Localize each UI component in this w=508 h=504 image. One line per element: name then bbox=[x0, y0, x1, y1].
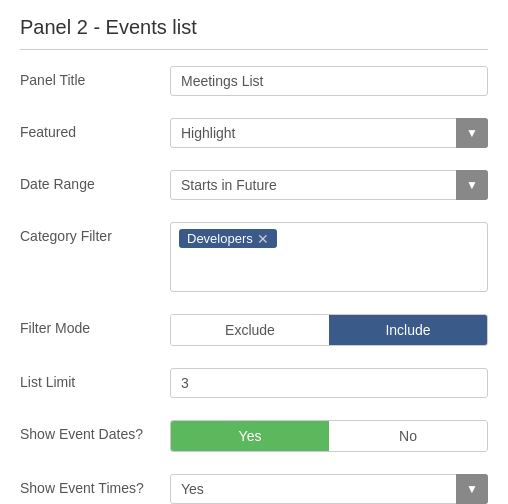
show-event-dates-toggle-group: Yes No bbox=[170, 420, 488, 452]
date-range-row: Date Range Starts in Future All Past Fut… bbox=[20, 166, 488, 200]
show-event-times-row: Show Event Times? Yes No ▼ bbox=[20, 470, 488, 504]
filter-mode-exclude-button[interactable]: Exclude bbox=[171, 315, 329, 345]
category-tag-remove-icon[interactable]: ✕ bbox=[257, 232, 269, 246]
filter-mode-include-button[interactable]: Include bbox=[329, 315, 487, 345]
list-limit-row: List Limit bbox=[20, 364, 488, 398]
date-range-label: Date Range bbox=[20, 170, 170, 192]
show-event-times-select[interactable]: Yes No bbox=[170, 474, 488, 504]
filter-mode-row: Filter Mode Exclude Include bbox=[20, 310, 488, 346]
category-tag-developers: Developers ✕ bbox=[179, 229, 277, 248]
panel-title-control bbox=[170, 66, 488, 96]
featured-control: Highlight All None ▼ bbox=[170, 118, 488, 148]
show-event-times-label: Show Event Times? bbox=[20, 474, 170, 496]
list-limit-label: List Limit bbox=[20, 368, 170, 390]
show-event-times-select-wrapper: Yes No ▼ bbox=[170, 474, 488, 504]
featured-select[interactable]: Highlight All None bbox=[170, 118, 488, 148]
show-event-dates-control: Yes No bbox=[170, 420, 488, 452]
featured-select-wrapper: Highlight All None ▼ bbox=[170, 118, 488, 148]
page-container: Panel 2 - Events list Panel Title Featur… bbox=[0, 0, 508, 504]
date-range-select[interactable]: Starts in Future All Past Future bbox=[170, 170, 488, 200]
category-filter-text-input[interactable] bbox=[281, 229, 479, 249]
page-title: Panel 2 - Events list bbox=[20, 16, 488, 50]
show-event-dates-yes-button[interactable]: Yes bbox=[171, 421, 329, 451]
show-event-dates-no-button[interactable]: No bbox=[329, 421, 487, 451]
featured-row: Featured Highlight All None ▼ bbox=[20, 114, 488, 148]
category-tag-label: Developers bbox=[187, 231, 253, 246]
date-range-control: Starts in Future All Past Future ▼ bbox=[170, 170, 488, 200]
panel-title-input[interactable] bbox=[170, 66, 488, 96]
date-range-select-wrapper: Starts in Future All Past Future ▼ bbox=[170, 170, 488, 200]
show-event-dates-row: Show Event Dates? Yes No bbox=[20, 416, 488, 452]
filter-mode-control: Exclude Include bbox=[170, 314, 488, 346]
show-event-times-control: Yes No ▼ bbox=[170, 474, 488, 504]
filter-mode-toggle-group: Exclude Include bbox=[170, 314, 488, 346]
list-limit-control bbox=[170, 368, 488, 398]
panel-title-label: Panel Title bbox=[20, 66, 170, 88]
show-event-dates-label: Show Event Dates? bbox=[20, 420, 170, 442]
category-filter-tags-input[interactable]: Developers ✕ bbox=[170, 222, 488, 292]
category-filter-control: Developers ✕ bbox=[170, 222, 488, 292]
list-limit-input[interactable] bbox=[170, 368, 488, 398]
category-filter-row: Category Filter Developers ✕ bbox=[20, 218, 488, 292]
panel-title-row: Panel Title bbox=[20, 62, 488, 96]
category-filter-label: Category Filter bbox=[20, 222, 170, 244]
featured-label: Featured bbox=[20, 118, 170, 140]
filter-mode-label: Filter Mode bbox=[20, 314, 170, 336]
